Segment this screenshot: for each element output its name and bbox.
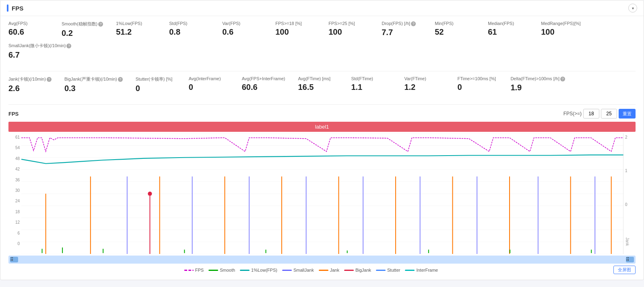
metric-value-fps-gte18: 100: [275, 27, 316, 37]
metric-value-low1pct: 51.2: [116, 27, 156, 37]
collapse-button[interactable]: ▾: [628, 4, 637, 12]
fps-y-6: 6: [17, 231, 20, 235]
fps-panel: FPS ▾ Avg(FPS)60.6Smooth(稳帧指数)?0.21%Low(…: [0, 0, 644, 280]
reset-button[interactable]: 重置: [619, 109, 636, 119]
legend-line-smooth-legend: [208, 270, 218, 271]
metric-value-avg-ftime: 16.5: [298, 83, 338, 92]
legend-line-fps-legend: [184, 270, 194, 271]
metric-value-drop-fps: 7.7: [382, 28, 422, 37]
legend-label-smalljank-legend: SmallJank: [293, 268, 314, 272]
metric-low1pct: 1%Low(FPS)51.2: [116, 21, 156, 38]
metric-avg-interframe: Avg(InterFrame)0: [189, 76, 229, 93]
metric-value-medrange-fps: 100: [541, 27, 581, 37]
metric-value-avg-interframe: 0: [189, 83, 229, 92]
title-bar-accent: [7, 4, 8, 12]
svg-rect-34: [62, 247, 63, 253]
metric-std-ftime: Std(FTime)1.1: [351, 76, 391, 93]
fps-y-24: 24: [15, 199, 20, 203]
metric-label-bigjank: BigJank(严重卡顿)(/10min)?: [64, 76, 123, 82]
jank-y-0: 0: [625, 202, 627, 207]
legend-item-interframe-legend: InterFrame: [405, 268, 438, 272]
metric-fps-gte25: FPS>=25 [%]100: [328, 21, 369, 38]
metric-value-var-fps: 0.6: [222, 27, 262, 37]
metric-label-ftime-gte100: FTime>=100ms [%]: [457, 76, 497, 81]
metric-value-bigjank: 0.3: [64, 84, 123, 93]
chart-inner: 00:0001:3403:0804:4206:1607:5009:2410:58…: [21, 133, 623, 254]
metric-label-delta-ftime: Delta(FTime)>100ms [/h]?: [510, 76, 565, 81]
metric-label-low1pct: 1%Low(FPS): [116, 21, 156, 26]
metric-jank: Jank(卡顿)(/10min)?2.6: [8, 76, 52, 93]
metrics-row-2: Jank(卡顿)(/10min)?2.6BigJank(严重卡顿)(/10min…: [8, 76, 636, 98]
label-bar: label1: [8, 122, 636, 132]
metric-avg-fps-interframe: Avg(FPS+InterFrame)60.6: [242, 76, 285, 93]
legend: FPSSmooth1%Low(FPS)SmallJankJankBigJankS…: [8, 265, 613, 274]
metric-value-median-fps: 61: [488, 27, 528, 37]
fps-y-54: 54: [15, 146, 20, 150]
fps-threshold-controls: FPS(>=) 重置: [564, 109, 636, 119]
metric-label-avg-fps: Avg(FPS): [8, 21, 49, 26]
metric-label-fps-gte25: FPS>=25 [%]: [328, 21, 369, 26]
scrollbar[interactable]: ⠿ ⠿: [8, 256, 636, 264]
metric-label-fps-gte18: FPS>=18 [%]: [275, 21, 316, 26]
scrollbar-thumb-left[interactable]: ⠿: [10, 257, 18, 262]
metric-var-fps: Var(FPS)0.6: [222, 21, 262, 38]
metric-value-jank: 2.6: [8, 84, 52, 93]
panel-title: FPS: [7, 4, 23, 12]
metric-value-delta-ftime: 1.9: [510, 83, 565, 92]
help-icon-jank[interactable]: ?: [47, 77, 52, 82]
metric-avg-ftime: Avg(FTime) [ms]16.5: [298, 76, 338, 93]
legend-label-jank-legend: Jank: [330, 268, 339, 272]
metric-label-min-fps: Min(FPS): [435, 21, 475, 26]
fps-threshold-input-18[interactable]: [583, 109, 599, 119]
y-axis-fps: 61544842363024181260: [8, 133, 21, 254]
metric-medrange-fps: MedRange(FPS)[%]100: [541, 21, 581, 38]
legend-label-stutter-legend: Stutter: [387, 268, 400, 272]
jank-y-1: 1: [625, 168, 627, 173]
fps-y-61: 61: [15, 135, 20, 139]
fps-y-12: 12: [15, 220, 20, 225]
legend-line-jank-legend: [319, 270, 328, 271]
y-axis-jank: 2 1 0 Jank: [623, 133, 636, 254]
panel-header: FPS ▾: [0, 0, 644, 16]
metric-value-avg-fps: 60.6: [8, 27, 49, 37]
metric-fps-gte18: FPS>=18 [%]100: [275, 21, 316, 38]
help-icon-drop-fps[interactable]: ?: [411, 21, 416, 26]
legend-item-smooth-legend: Smooth: [208, 268, 235, 272]
metric-label-avg-ftime: Avg(FTime) [ms]: [298, 76, 338, 81]
metric-label-std-fps: Std(FPS): [169, 21, 209, 26]
metric-label-std-ftime: Std(FTime): [351, 76, 391, 81]
help-icon-bigjank[interactable]: ?: [118, 77, 123, 82]
metric-stutter: Stutter(卡顿率) [%]0: [136, 76, 176, 93]
metric-value-avg-fps-interframe: 60.6: [242, 83, 285, 92]
chart-container: 61544842363024181260: [8, 133, 636, 254]
help-icon-smalljank[interactable]: ?: [66, 44, 71, 48]
metric-bigjank: BigJank(严重卡顿)(/10min)?0.3: [64, 76, 123, 93]
metric-label-smalljank: SmallJank(微小卡顿)(/10min)?: [8, 43, 71, 49]
panel-title-text: FPS: [12, 5, 23, 12]
metric-value-fps-gte25: 100: [328, 27, 369, 37]
jank-y-2: 2: [625, 135, 627, 139]
scrollbar-thumb-right[interactable]: ⠿: [626, 257, 634, 262]
svg-rect-36: [184, 250, 185, 253]
legend-label-bigjank-legend: BigJank: [355, 268, 371, 272]
fps-threshold-label: FPS(>=): [564, 111, 582, 116]
metrics-section-row2: Jank(卡顿)(/10min)?2.6BigJank(严重卡顿)(/10min…: [0, 71, 644, 104]
metric-value-std-ftime: 1.1: [351, 83, 391, 92]
help-icon-smooth[interactable]: ?: [98, 22, 103, 27]
metric-value-smalljank: 6.7: [8, 50, 71, 60]
metric-smalljank: SmallJank(微小卡顿)(/10min)?6.7: [8, 43, 71, 60]
metric-value-stutter: 0: [136, 84, 176, 93]
help-icon-delta-ftime[interactable]: ?: [560, 77, 565, 81]
svg-rect-38: [347, 250, 348, 253]
svg-rect-40: [510, 250, 510, 253]
svg-point-31: [148, 191, 152, 196]
fullscreen-button[interactable]: 全屏图: [613, 266, 636, 274]
fps-threshold-input-25[interactable]: [601, 109, 617, 119]
metric-avg-fps: Avg(FPS)60.6: [8, 21, 49, 38]
metric-value-var-ftime: 1.2: [404, 83, 444, 92]
metrics-row-1: Avg(FPS)60.6Smooth(稳帧指数)?0.21%Low(FPS)51…: [8, 21, 636, 64]
legend-item-jank-legend: Jank: [319, 268, 339, 272]
metric-value-min-fps: 52: [435, 27, 475, 37]
metric-median-fps: Median(FPS)61: [488, 21, 528, 38]
svg-rect-35: [103, 249, 103, 253]
